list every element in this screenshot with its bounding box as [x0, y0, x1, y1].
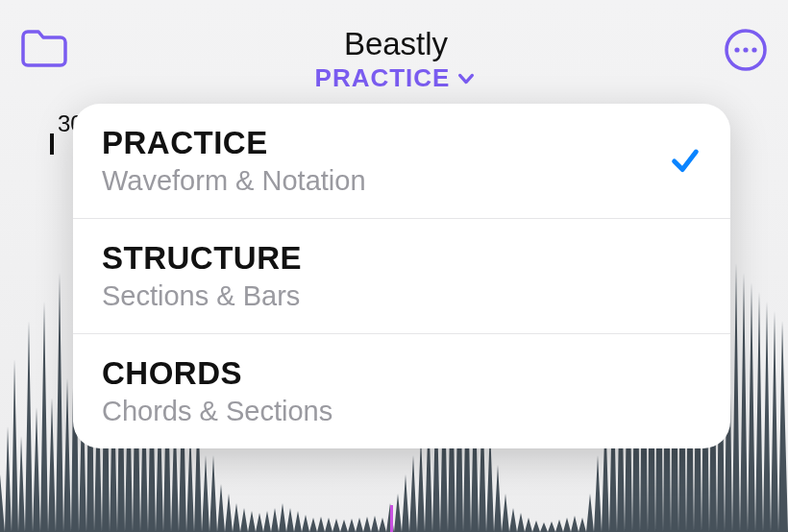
- folder-icon: [19, 27, 69, 69]
- menu-arrow-icon: [386, 104, 413, 107]
- svg-point-1: [734, 47, 739, 52]
- menu-item-subtitle: Sections & Bars: [102, 280, 302, 312]
- menu-item-subtitle: Waveform & Notation: [102, 165, 366, 197]
- check-icon: [669, 145, 702, 178]
- menu-item-title: STRUCTURE: [102, 240, 302, 277]
- mode-dropdown-trigger[interactable]: PRACTICE: [315, 63, 478, 93]
- menu-item-title: CHORDS: [102, 355, 332, 392]
- mode-label: PRACTICE: [315, 63, 451, 93]
- menu-item-practice[interactable]: PRACTICE Waveform & Notation: [73, 104, 730, 219]
- folder-button[interactable]: [19, 27, 69, 73]
- song-title: Beastly: [69, 27, 723, 61]
- menu-item-subtitle: Chords & Sections: [102, 396, 332, 427]
- timeline-tick: [50, 133, 54, 155]
- menu-item-chords[interactable]: CHORDS Chords & Sections: [73, 334, 730, 448]
- more-button[interactable]: [723, 27, 769, 77]
- menu-item-text: STRUCTURE Sections & Bars: [102, 240, 302, 312]
- menu-item-text: CHORDS Chords & Sections: [102, 355, 332, 427]
- svg-point-2: [743, 47, 748, 52]
- more-icon: [723, 27, 769, 73]
- playhead[interactable]: [390, 505, 393, 532]
- mode-dropdown-menu: PRACTICE Waveform & Notation STRUCTURE S…: [73, 104, 730, 448]
- chevron-down-icon: [456, 68, 477, 89]
- header-bar: Beastly PRACTICE: [0, 0, 788, 96]
- menu-item-title: PRACTICE: [102, 125, 366, 161]
- svg-point-3: [751, 47, 756, 52]
- title-block: Beastly PRACTICE: [69, 27, 723, 93]
- menu-item-text: PRACTICE Waveform & Notation: [102, 125, 366, 197]
- menu-item-structure[interactable]: STRUCTURE Sections & Bars: [73, 219, 730, 334]
